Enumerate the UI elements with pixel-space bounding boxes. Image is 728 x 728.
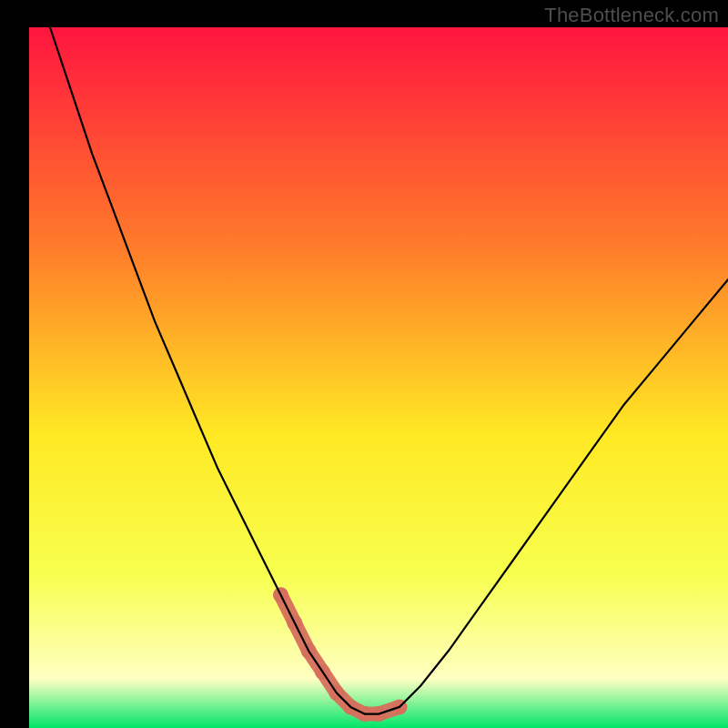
bottleneck-chart — [0, 0, 728, 728]
chart-frame: TheBottleneck.com — [0, 0, 728, 728]
plot-background — [29, 27, 728, 728]
watermark-text: TheBottleneck.com — [544, 4, 719, 27]
